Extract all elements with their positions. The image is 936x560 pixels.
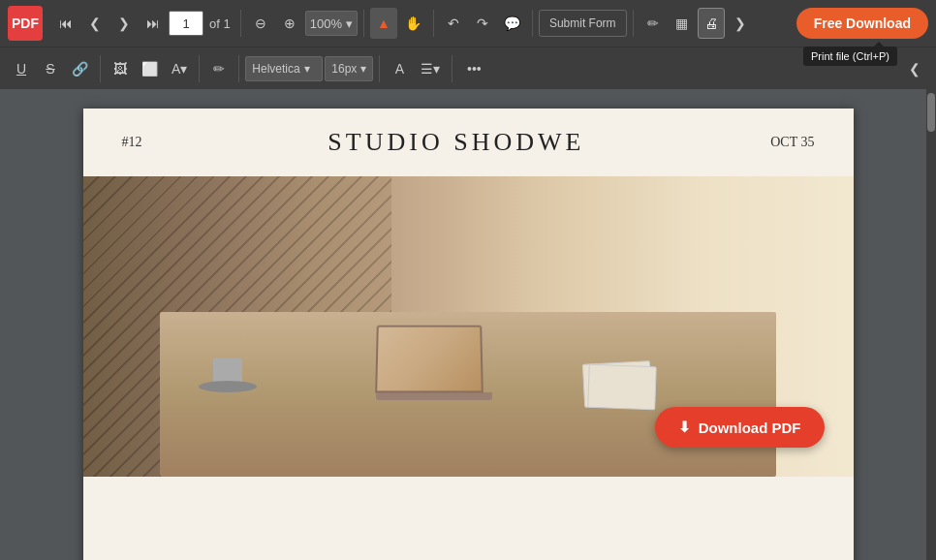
first-page-button[interactable]: ⏮ (52, 8, 79, 39)
logo-text: PDF (12, 16, 39, 31)
pdf-issue-number: #12 (122, 135, 142, 150)
separator-10 (452, 55, 452, 82)
plate-object (199, 381, 257, 392)
separator-8 (238, 55, 239, 82)
last-page-button[interactable]: ⏭ (140, 8, 167, 39)
pdf-main-image: ⬇ Download PDF (83, 176, 854, 477)
vertical-scrollbar[interactable] (926, 89, 936, 560)
more-options-button[interactable]: ••• (460, 53, 487, 84)
font-color-button[interactable]: A (386, 53, 413, 84)
expand-button[interactable]: ❯ (727, 8, 754, 39)
pen-tool-button[interactable]: ✏ (205, 53, 233, 84)
page-number-input[interactable] (169, 11, 203, 36)
print-button[interactable]: 🖨 (698, 8, 725, 39)
collapse-toolbar-button[interactable]: ❮ (901, 53, 928, 84)
font-name-label: Helvetica (252, 62, 299, 76)
prev-page-button[interactable]: ❮ (81, 8, 109, 39)
free-download-button[interactable]: Free Download (796, 8, 928, 39)
edit-button[interactable]: ✏ (640, 8, 667, 39)
zoom-out-button[interactable]: ⊖ (247, 8, 274, 39)
pdf-page: #12 STUDIO SHODWE OCT 35 (83, 109, 854, 560)
laptop-base (376, 392, 492, 400)
print-tooltip: Print file (Ctrl+P) (803, 47, 897, 66)
strikethrough-button[interactable]: S (37, 53, 64, 84)
underline-button[interactable]: U (8, 53, 35, 84)
zoom-select[interactable]: 100% ▾ (305, 11, 358, 36)
pdf-title: STUDIO SHODWE (328, 128, 584, 157)
separator-2 (363, 10, 364, 37)
page-total-label: of 1 (209, 16, 231, 31)
separator-1 (240, 10, 241, 37)
shape-button[interactable]: ⬜ (136, 53, 164, 84)
separator-7 (199, 55, 200, 82)
font-size-select[interactable]: 16px ▾ (325, 56, 373, 81)
submit-form-button[interactable]: Submit Form (539, 10, 627, 37)
separator-5 (633, 10, 634, 37)
scrollbar-thumb[interactable] (927, 93, 935, 132)
download-pdf-label: Download PDF (699, 420, 801, 436)
size-chevron-icon: ▾ (360, 62, 366, 76)
font-chevron-icon: ▾ (304, 62, 310, 76)
separator-9 (379, 55, 380, 82)
pdf-header: #12 STUDIO SHODWE OCT 35 (83, 109, 854, 176)
separator-3 (433, 10, 434, 37)
link-button[interactable]: 🔗 (66, 53, 94, 84)
image-button[interactable]: 🖼 (107, 53, 134, 84)
next-page-button[interactable]: ❯ (110, 8, 138, 39)
download-pdf-icon: ⬇ (678, 419, 691, 436)
align-button[interactable]: ☰▾ (415, 53, 446, 84)
download-pdf-button[interactable]: ⬇ Download PDF (655, 407, 825, 448)
viewer-area: #12 STUDIO SHODWE OCT 35 (0, 89, 936, 560)
redo-button[interactable]: ↷ (469, 8, 496, 39)
tooltip-text: Print file (Ctrl+P) (811, 50, 889, 62)
laptop-screen (375, 325, 484, 392)
zoom-in-button[interactable]: ⊕ (276, 8, 303, 39)
hand-tool-button[interactable]: ✋ (399, 8, 427, 39)
cup-area (199, 344, 257, 392)
cursor-tool-button[interactable]: ▲ (370, 8, 397, 39)
toolbar-second: U S 🔗 🖼 ⬜ A▾ ✏ Helvetica ▾ 16px ▾ A ☰▾ •… (0, 47, 936, 89)
toolbar-top: PDF ⏮ ❮ ❯ ⏭ of 1 ⊖ ⊕ 100% ▾ ▲ ✋ ↶ ↷ 💬 Su… (0, 0, 936, 47)
font-family-select[interactable]: Helvetica ▾ (245, 56, 323, 81)
document-2 (587, 364, 657, 410)
zoom-chevron-icon: ▾ (346, 16, 353, 31)
document-stack (583, 362, 661, 411)
separator-6 (100, 55, 101, 82)
font-size-label: 16px (331, 62, 357, 76)
pdf-date: OCT 35 (770, 135, 814, 150)
comment-button[interactable]: 💬 (498, 8, 526, 39)
text-color-button[interactable]: A▾ (166, 53, 193, 84)
zoom-value: 100% (310, 16, 342, 31)
separator-4 (532, 10, 533, 37)
app-logo: PDF (8, 6, 43, 41)
undo-button[interactable]: ↶ (440, 8, 467, 39)
laptop-object (376, 325, 492, 402)
table-button[interactable]: ▦ (669, 8, 696, 39)
